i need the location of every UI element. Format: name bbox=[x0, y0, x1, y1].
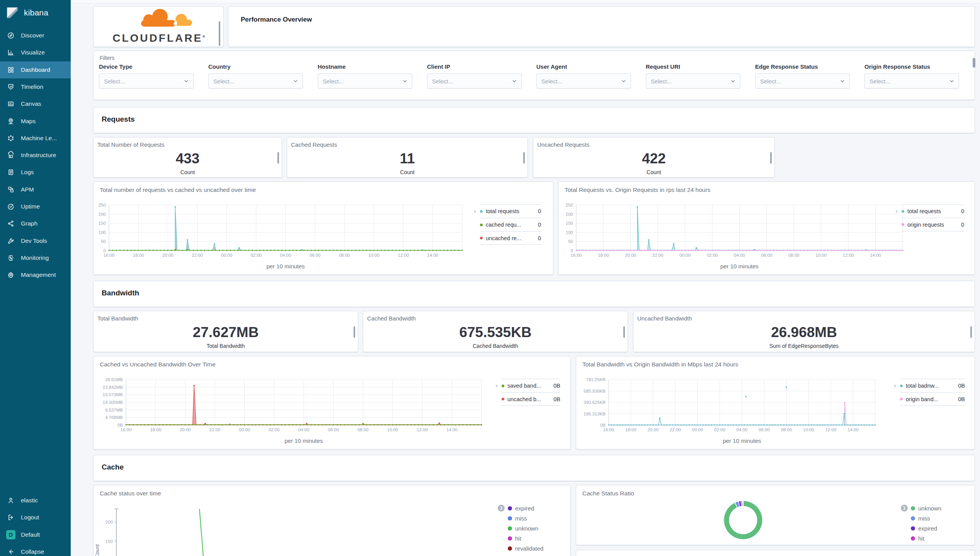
sidebar-item-label: Default bbox=[21, 531, 40, 538]
legend-item-label: total requests bbox=[907, 208, 959, 214]
legend-item-total-requests[interactable]: total requests0 bbox=[902, 204, 964, 218]
legend-dot bbox=[508, 546, 512, 551]
svg-text:10:00: 10:00 bbox=[815, 253, 827, 258]
legend-item-value: 0 bbox=[538, 208, 541, 214]
sidebar-item-management[interactable]: Management bbox=[0, 266, 71, 283]
metric-card-subtitle: Count bbox=[94, 169, 282, 175]
legend-item-label: expired bbox=[515, 505, 534, 512]
sidebar-item-uptime[interactable]: Uptime bbox=[0, 198, 71, 215]
svg-text:20:00: 20:00 bbox=[625, 253, 636, 258]
sidebar-item-default[interactable]: DDefault bbox=[0, 526, 71, 543]
sidebar-item-canvas[interactable]: Canvas bbox=[0, 95, 71, 112]
svg-text:06:00: 06:00 bbox=[310, 253, 321, 258]
filter-select-user-agent[interactable]: Select... bbox=[536, 73, 631, 89]
legend-item-revalidated[interactable]: revalidated bbox=[508, 543, 562, 553]
legend-expand-icon[interactable]: › bbox=[495, 382, 498, 390]
sidebar-item-logout[interactable]: Logout bbox=[0, 509, 71, 526]
panel-resize-handle[interactable] bbox=[770, 152, 772, 164]
filter-select-request-uri[interactable]: Select... bbox=[646, 73, 740, 89]
legend-item-total-requests[interactable]: total requests0 bbox=[480, 204, 541, 218]
panel-resize-handle[interactable] bbox=[354, 326, 355, 338]
sidebar-item-visualize[interactable]: Visualize bbox=[0, 44, 71, 61]
filter-select-hostname[interactable]: Select... bbox=[318, 73, 412, 89]
filter-select-client-ip[interactable]: Select... bbox=[427, 73, 522, 89]
legend-item-total-badnw[interactable]: total badnw...0B bbox=[900, 379, 965, 392]
legend-item-unknown[interactable]: unknown bbox=[508, 523, 562, 533]
legend-expand-icon[interactable]: ❯ bbox=[901, 505, 908, 512]
graph-icon bbox=[7, 220, 14, 227]
legend-item-expired[interactable]: expired bbox=[911, 523, 961, 533]
legend-item-miss[interactable]: miss bbox=[911, 513, 961, 523]
svg-text:08:00: 08:00 bbox=[788, 253, 800, 258]
cache-section-title: Cache bbox=[102, 463, 124, 471]
filter-select-device-type[interactable]: Select... bbox=[99, 73, 194, 89]
filter-group-origin-response-status: Origin Response StatusSelect... bbox=[864, 63, 959, 89]
legend-expand-icon[interactable]: ❯ bbox=[498, 505, 505, 512]
filters-panel-label: Filters bbox=[100, 55, 114, 61]
legend-item-hit[interactable]: hit bbox=[508, 533, 562, 543]
legend-item-label: origin band... bbox=[906, 396, 956, 402]
legend-item-uncached-re[interactable]: uncached re...0 bbox=[480, 231, 541, 245]
sidebar-item-logs[interactable]: Logs bbox=[0, 164, 71, 181]
sidebar-item-elastic[interactable]: elastic bbox=[0, 492, 71, 509]
sidebar-item-dev-tools[interactable]: Dev Tools bbox=[0, 232, 71, 249]
filter-select-edge-response-status[interactable]: Select... bbox=[755, 73, 850, 89]
sidebar-item-machine-le[interactable]: Machine Le... bbox=[0, 130, 71, 147]
filter-label-request-uri: Request URI bbox=[646, 63, 740, 70]
panel-resize-handle[interactable] bbox=[523, 152, 525, 164]
sidebar-item-label: Visualize bbox=[21, 49, 45, 56]
legend-item-uncached-b[interactable]: uncached b...0B bbox=[502, 392, 560, 406]
legend-expand-icon[interactable]: › bbox=[895, 207, 898, 215]
legend-expand-icon[interactable]: › bbox=[894, 382, 896, 390]
legend-item-label: unknown bbox=[515, 525, 538, 532]
legend-item-unknown[interactable]: unknown bbox=[911, 503, 961, 513]
legend-item-hit[interactable]: hit bbox=[911, 533, 961, 543]
metric-card-subtitle: Cached Bandwidth bbox=[363, 343, 628, 349]
panel-resize-handle[interactable] bbox=[219, 21, 220, 46]
metric-card-title: Uncached Requests bbox=[537, 141, 589, 148]
legend-item-origin-requests[interactable]: origin requests0 bbox=[902, 218, 964, 231]
svg-text:200: 200 bbox=[566, 212, 573, 217]
legend-item-miss[interactable]: miss bbox=[508, 513, 562, 523]
requests-section-header-panel: Requests bbox=[93, 107, 975, 133]
sidebar-item-timelion[interactable]: Timelion bbox=[0, 78, 71, 95]
panel-resize-handle[interactable] bbox=[623, 326, 625, 338]
svg-text:per 10 minutes: per 10 minutes bbox=[284, 437, 323, 444]
sidebar-item-apm[interactable]: APM bbox=[0, 181, 71, 198]
filter-select-country[interactable]: Select... bbox=[208, 73, 303, 89]
legend-item-label: total requests bbox=[486, 208, 536, 214]
legend-expand-icon[interactable]: › bbox=[474, 207, 476, 215]
sidebar-item-maps[interactable]: Maps bbox=[0, 113, 71, 130]
sidebar-item-discover[interactable]: Discover bbox=[0, 27, 71, 44]
legend-item-origin-band[interactable]: origin band...0B bbox=[900, 392, 965, 406]
panel-resize-handle[interactable] bbox=[277, 152, 279, 164]
sidebar-item-monitoring[interactable]: Monitoring bbox=[0, 249, 71, 266]
svg-text:0: 0 bbox=[571, 248, 573, 253]
svg-text:22:00: 22:00 bbox=[670, 427, 681, 432]
legend-item-label: expired bbox=[918, 525, 937, 532]
legend-item-value: 0B bbox=[958, 383, 965, 389]
filter-select-origin-response-status[interactable]: Select... bbox=[864, 73, 959, 89]
sidebar-item-collapse[interactable]: Collapse bbox=[0, 543, 71, 556]
svg-text:06:00: 06:00 bbox=[761, 253, 772, 258]
canvas-icon bbox=[7, 100, 14, 107]
cache-section-header-panel: Cache bbox=[93, 455, 975, 481]
filter-group-device-type: Device TypeSelect... bbox=[99, 63, 194, 89]
sidebar-item-dashboard[interactable]: Dashboard bbox=[0, 61, 71, 78]
kibana-logo-icon bbox=[5, 5, 20, 20]
svg-text:14:00: 14:00 bbox=[427, 253, 438, 258]
metric-card-subtitle: Sum of EdgeResponseBytes bbox=[633, 343, 975, 349]
svg-text:250: 250 bbox=[566, 203, 573, 207]
legend-item-expired[interactable]: expired bbox=[508, 503, 562, 513]
kibana-logo[interactable]: kibana bbox=[0, 0, 71, 25]
svg-text:150: 150 bbox=[105, 539, 113, 544]
svg-text:4.768MB: 4.768MB bbox=[105, 415, 123, 420]
legend-item-saved-band[interactable]: saved band...0B bbox=[502, 379, 560, 392]
sidebar-item-graph[interactable]: Graph bbox=[0, 215, 71, 232]
svg-text:20:00: 20:00 bbox=[162, 253, 174, 258]
svg-text:12:00: 12:00 bbox=[398, 253, 409, 258]
page-scrollbar-thumb[interactable] bbox=[973, 58, 975, 68]
legend-item-cached-requ[interactable]: cached requ...0 bbox=[480, 218, 541, 231]
sidebar-item-infrastructure[interactable]: Infrastructure bbox=[0, 147, 71, 164]
panel-resize-handle[interactable] bbox=[970, 326, 972, 338]
